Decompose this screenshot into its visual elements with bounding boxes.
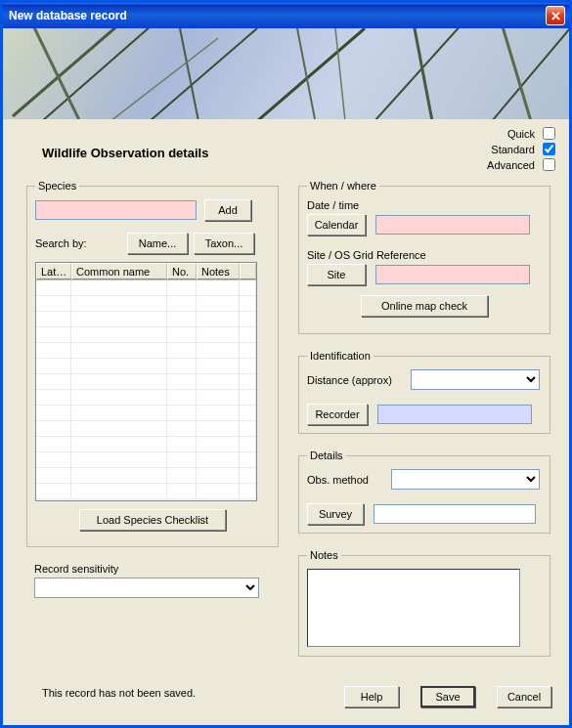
save-button[interactable]: Save xyxy=(420,686,475,707)
titlebar: New database record ✕ xyxy=(3,3,569,28)
species-legend: Species xyxy=(35,180,79,192)
survey-input[interactable] xyxy=(374,504,536,524)
date-label: Date / time xyxy=(307,199,542,211)
sensitivity-label: Record sensitivity xyxy=(34,563,259,575)
when-where-group: When / where Date / time Calendar Site /… xyxy=(298,180,550,334)
date-input[interactable] xyxy=(375,215,530,235)
calendar-button[interactable]: Calendar xyxy=(307,214,366,236)
obs-method-select[interactable] xyxy=(391,469,540,490)
identification-legend: Identification xyxy=(307,350,374,362)
when-where-legend: When / where xyxy=(307,180,379,192)
svg-line-5 xyxy=(257,28,365,119)
species-input[interactable] xyxy=(35,200,197,220)
svg-line-0 xyxy=(13,28,120,116)
page-title: Wildlife Observation details xyxy=(42,146,208,160)
search-taxon-button[interactable]: Taxon... xyxy=(194,233,254,254)
mode-advanced-label: Advanced xyxy=(487,159,535,171)
distance-select[interactable] xyxy=(411,369,540,390)
survey-button[interactable]: Survey xyxy=(307,503,364,525)
mode-advanced-checkbox[interactable] xyxy=(543,158,555,171)
svg-line-2 xyxy=(32,28,81,119)
svg-line-9 xyxy=(492,28,569,119)
close-button[interactable]: ✕ xyxy=(546,6,565,25)
search-name-button[interactable]: Name... xyxy=(127,233,188,254)
site-input[interactable] xyxy=(375,265,530,284)
svg-line-4 xyxy=(179,28,198,119)
mode-standard-label: Standard xyxy=(491,144,535,155)
col-common[interactable]: Common name xyxy=(71,263,167,279)
map-check-button[interactable]: Online map check xyxy=(361,295,488,317)
search-by-label: Search by: xyxy=(35,237,121,249)
svg-line-12 xyxy=(335,28,345,119)
site-button[interactable]: Site xyxy=(307,264,366,285)
notes-legend: Notes xyxy=(307,549,341,561)
load-checklist-button[interactable]: Load Species Checklist xyxy=(79,509,226,531)
cancel-button[interactable]: Cancel xyxy=(497,686,551,707)
mode-quick-label: Quick xyxy=(507,128,535,140)
sensitivity-select[interactable] xyxy=(34,578,259,598)
notes-textarea[interactable] xyxy=(307,569,520,647)
svg-line-11 xyxy=(110,38,218,119)
grid-header: Lat… Common name No. Notes xyxy=(36,263,256,280)
close-icon: ✕ xyxy=(550,9,561,23)
species-add-button[interactable]: Add xyxy=(204,199,251,221)
recorder-input[interactable] xyxy=(377,405,532,424)
recorder-button[interactable]: Recorder xyxy=(307,404,368,425)
window-title: New database record xyxy=(9,9,546,22)
species-group: Species Add Search by: Name... Taxon... … xyxy=(26,180,279,547)
mode-quick-checkbox[interactable] xyxy=(543,127,555,140)
grid-body[interactable] xyxy=(36,280,256,501)
details-legend: Details xyxy=(307,450,346,461)
col-notes[interactable]: Notes xyxy=(197,263,240,279)
obs-label: Obs. method xyxy=(307,474,383,486)
notes-group: Notes xyxy=(298,549,550,657)
svg-line-3 xyxy=(150,28,257,119)
distance-label: Distance (approx) xyxy=(307,374,403,386)
status-text: This record has not been saved. xyxy=(42,687,196,699)
identification-group: Identification Distance (approx) Recorde… xyxy=(298,350,550,434)
help-button[interactable]: Help xyxy=(344,686,399,707)
banner-image xyxy=(3,28,569,119)
species-grid[interactable]: Lat… Common name No. Notes xyxy=(35,262,257,501)
mode-standard-checkbox[interactable] xyxy=(543,143,555,155)
site-label: Site / OS Grid Reference xyxy=(307,249,542,261)
col-latin[interactable]: Lat… xyxy=(36,263,71,279)
col-no[interactable]: No. xyxy=(167,263,197,279)
details-group: Details Obs. method Survey xyxy=(298,450,550,534)
